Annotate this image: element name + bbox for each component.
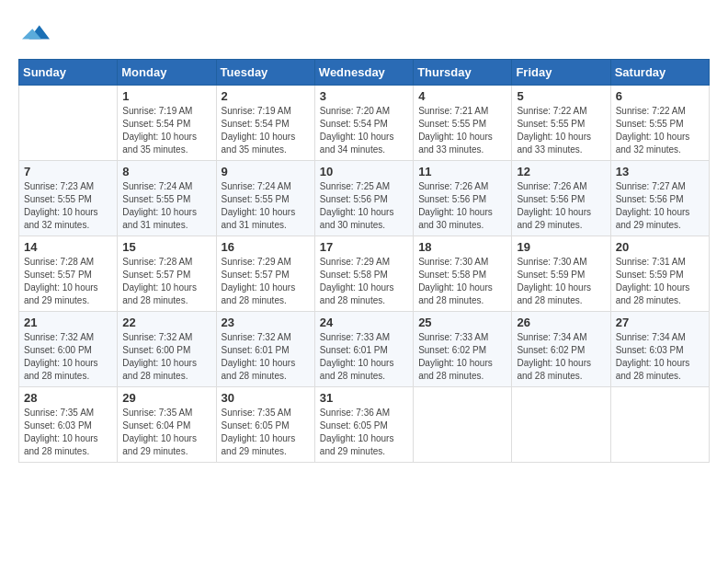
- day-info: Sunrise: 7:32 AMSunset: 6:01 PMDaylight:…: [222, 331, 310, 383]
- calendar-day-cell: 30Sunrise: 7:35 AMSunset: 6:05 PMDayligh…: [216, 387, 314, 463]
- calendar-header-row: SundayMondayTuesdayWednesdayThursdayFrid…: [19, 60, 710, 86]
- day-info: Sunrise: 7:33 AMSunset: 6:02 PMDaylight:…: [418, 331, 506, 383]
- weekday-header: Sunday: [19, 60, 118, 86]
- day-number: 29: [122, 391, 210, 405]
- day-info: Sunrise: 7:23 AMSunset: 5:55 PMDaylight:…: [24, 180, 112, 232]
- day-number: 21: [24, 316, 112, 329]
- calendar-day-cell: 22Sunrise: 7:32 AMSunset: 6:00 PMDayligh…: [118, 312, 216, 387]
- day-number: 10: [320, 165, 408, 178]
- day-info: Sunrise: 7:34 AMSunset: 6:02 PMDaylight:…: [517, 331, 605, 383]
- day-number: 23: [222, 316, 310, 329]
- calendar-day-cell: 3Sunrise: 7:20 AMSunset: 5:54 PMDaylight…: [314, 86, 413, 161]
- day-number: 11: [418, 165, 506, 178]
- day-number: 27: [616, 316, 704, 329]
- weekday-header: Saturday: [610, 60, 709, 86]
- day-number: 30: [222, 391, 310, 405]
- calendar-day-cell: 25Sunrise: 7:33 AMSunset: 6:02 PMDayligh…: [414, 312, 512, 387]
- day-info: Sunrise: 7:32 AMSunset: 6:00 PMDaylight:…: [24, 331, 112, 383]
- day-number: 1: [122, 89, 210, 103]
- day-info: Sunrise: 7:24 AMSunset: 5:55 PMDaylight:…: [122, 180, 210, 232]
- calendar-day-cell: 5Sunrise: 7:22 AMSunset: 5:55 PMDaylight…: [512, 86, 610, 161]
- calendar-day-cell: [610, 387, 709, 463]
- day-number: 8: [122, 165, 210, 178]
- calendar-day-cell: 2Sunrise: 7:19 AMSunset: 5:54 PMDaylight…: [216, 86, 314, 161]
- calendar-day-cell: [512, 387, 610, 463]
- day-info: Sunrise: 7:28 AMSunset: 5:57 PMDaylight:…: [24, 256, 112, 307]
- day-info: Sunrise: 7:25 AMSunset: 5:56 PMDaylight:…: [320, 180, 408, 232]
- calendar-day-cell: 1Sunrise: 7:19 AMSunset: 5:54 PMDaylight…: [118, 86, 216, 161]
- weekday-header: Wednesday: [314, 60, 413, 86]
- day-number: 16: [222, 240, 310, 254]
- day-info: Sunrise: 7:20 AMSunset: 5:54 PMDaylight:…: [320, 105, 408, 156]
- calendar-day-cell: 11Sunrise: 7:26 AMSunset: 5:56 PMDayligh…: [414, 161, 512, 236]
- page-header: [18, 18, 710, 50]
- day-info: Sunrise: 7:36 AMSunset: 6:05 PMDaylight:…: [320, 407, 408, 458]
- day-info: Sunrise: 7:19 AMSunset: 5:54 PMDaylight:…: [122, 105, 210, 156]
- day-number: 5: [517, 89, 605, 103]
- day-number: 4: [418, 89, 506, 103]
- day-number: 3: [320, 89, 408, 103]
- calendar-week-row: 21Sunrise: 7:32 AMSunset: 6:00 PMDayligh…: [19, 312, 710, 387]
- calendar-table: SundayMondayTuesdayWednesdayThursdayFrid…: [18, 59, 710, 463]
- day-info: Sunrise: 7:35 AMSunset: 6:03 PMDaylight:…: [24, 407, 112, 458]
- day-number: 7: [24, 165, 112, 178]
- day-number: 19: [517, 240, 605, 254]
- calendar-day-cell: 23Sunrise: 7:32 AMSunset: 6:01 PMDayligh…: [216, 312, 314, 387]
- day-number: 22: [122, 316, 210, 329]
- day-info: Sunrise: 7:33 AMSunset: 6:01 PMDaylight:…: [320, 331, 408, 383]
- calendar-day-cell: 9Sunrise: 7:24 AMSunset: 5:55 PMDaylight…: [216, 161, 314, 236]
- calendar-day-cell: 27Sunrise: 7:34 AMSunset: 6:03 PMDayligh…: [610, 312, 709, 387]
- calendar-day-cell: 8Sunrise: 7:24 AMSunset: 5:55 PMDaylight…: [118, 161, 216, 236]
- day-info: Sunrise: 7:34 AMSunset: 6:03 PMDaylight:…: [616, 331, 704, 383]
- weekday-header: Monday: [118, 60, 216, 86]
- day-info: Sunrise: 7:35 AMSunset: 6:05 PMDaylight:…: [222, 407, 310, 458]
- day-info: Sunrise: 7:31 AMSunset: 5:59 PMDaylight:…: [616, 256, 704, 307]
- calendar-day-cell: 4Sunrise: 7:21 AMSunset: 5:55 PMDaylight…: [414, 86, 512, 161]
- day-number: 17: [320, 240, 408, 254]
- day-info: Sunrise: 7:28 AMSunset: 5:57 PMDaylight:…: [122, 256, 210, 307]
- calendar-day-cell: 18Sunrise: 7:30 AMSunset: 5:58 PMDayligh…: [414, 236, 512, 312]
- day-info: Sunrise: 7:29 AMSunset: 5:58 PMDaylight:…: [320, 256, 408, 307]
- weekday-header: Tuesday: [216, 60, 314, 86]
- day-info: Sunrise: 7:35 AMSunset: 6:04 PMDaylight:…: [122, 407, 210, 458]
- day-info: Sunrise: 7:30 AMSunset: 5:58 PMDaylight:…: [418, 256, 506, 307]
- day-info: Sunrise: 7:26 AMSunset: 5:56 PMDaylight:…: [418, 180, 506, 232]
- calendar-day-cell: 31Sunrise: 7:36 AMSunset: 6:05 PMDayligh…: [314, 387, 413, 463]
- calendar-day-cell: 12Sunrise: 7:26 AMSunset: 5:56 PMDayligh…: [512, 161, 610, 236]
- day-number: 18: [418, 240, 506, 254]
- calendar-day-cell: 26Sunrise: 7:34 AMSunset: 6:02 PMDayligh…: [512, 312, 610, 387]
- day-number: 15: [122, 240, 210, 254]
- calendar-week-row: 1Sunrise: 7:19 AMSunset: 5:54 PMDaylight…: [19, 86, 710, 161]
- calendar-week-row: 14Sunrise: 7:28 AMSunset: 5:57 PMDayligh…: [19, 236, 710, 312]
- calendar-day-cell: 21Sunrise: 7:32 AMSunset: 6:00 PMDayligh…: [19, 312, 118, 387]
- day-info: Sunrise: 7:30 AMSunset: 5:59 PMDaylight:…: [517, 256, 605, 307]
- calendar-day-cell: 6Sunrise: 7:22 AMSunset: 5:55 PMDaylight…: [610, 86, 709, 161]
- day-number: 13: [616, 165, 704, 178]
- calendar-day-cell: 13Sunrise: 7:27 AMSunset: 5:56 PMDayligh…: [610, 161, 709, 236]
- calendar-day-cell: 29Sunrise: 7:35 AMSunset: 6:04 PMDayligh…: [118, 387, 216, 463]
- weekday-header: Thursday: [414, 60, 512, 86]
- calendar-day-cell: 19Sunrise: 7:30 AMSunset: 5:59 PMDayligh…: [512, 236, 610, 312]
- day-number: 28: [24, 391, 112, 405]
- day-info: Sunrise: 7:19 AMSunset: 5:54 PMDaylight:…: [222, 105, 310, 156]
- calendar-day-cell: 28Sunrise: 7:35 AMSunset: 6:03 PMDayligh…: [19, 387, 118, 463]
- day-info: Sunrise: 7:29 AMSunset: 5:57 PMDaylight:…: [222, 256, 310, 307]
- day-number: 12: [517, 165, 605, 178]
- calendar-day-cell: 15Sunrise: 7:28 AMSunset: 5:57 PMDayligh…: [118, 236, 216, 312]
- day-number: 31: [320, 391, 408, 405]
- calendar-week-row: 7Sunrise: 7:23 AMSunset: 5:55 PMDaylight…: [19, 161, 710, 236]
- calendar-day-cell: [414, 387, 512, 463]
- calendar-day-cell: 16Sunrise: 7:29 AMSunset: 5:57 PMDayligh…: [216, 236, 314, 312]
- day-number: 14: [24, 240, 112, 254]
- day-info: Sunrise: 7:32 AMSunset: 6:00 PMDaylight:…: [122, 331, 210, 383]
- calendar-day-cell: 20Sunrise: 7:31 AMSunset: 5:59 PMDayligh…: [610, 236, 709, 312]
- calendar-day-cell: 17Sunrise: 7:29 AMSunset: 5:58 PMDayligh…: [314, 236, 413, 312]
- day-number: 24: [320, 316, 408, 329]
- day-number: 9: [222, 165, 310, 178]
- calendar-week-row: 28Sunrise: 7:35 AMSunset: 6:03 PMDayligh…: [19, 387, 710, 463]
- day-info: Sunrise: 7:27 AMSunset: 5:56 PMDaylight:…: [616, 180, 704, 232]
- logo-icon: [22, 18, 50, 46]
- day-number: 2: [222, 89, 310, 103]
- calendar-day-cell: 7Sunrise: 7:23 AMSunset: 5:55 PMDaylight…: [19, 161, 118, 236]
- day-info: Sunrise: 7:24 AMSunset: 5:55 PMDaylight:…: [222, 180, 310, 232]
